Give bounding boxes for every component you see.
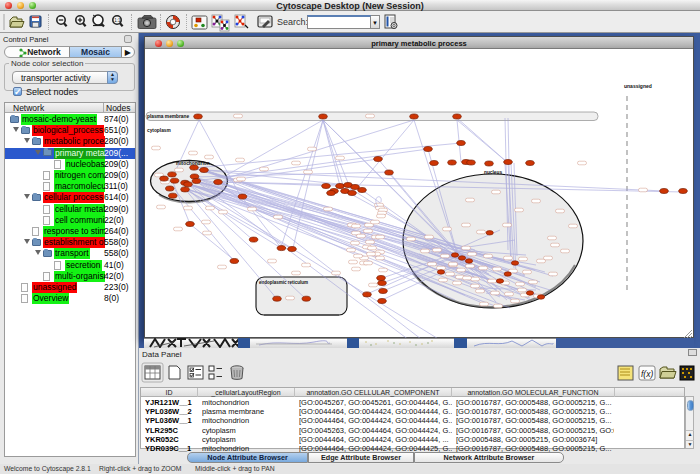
svg-text:f(x): f(x)	[641, 369, 653, 379]
svg-text:unassigned: unassigned	[624, 83, 652, 89]
svg-text:1:1: 1:1	[114, 18, 121, 23]
svg-text:plasma membrane: plasma membrane	[147, 114, 189, 119]
svg-text:cytoplasm: cytoplasm	[147, 128, 171, 133]
svg-text:nucleus: nucleus	[484, 170, 502, 175]
svg-text:endoplasmic reticulum: endoplasmic reticulum	[259, 280, 308, 285]
